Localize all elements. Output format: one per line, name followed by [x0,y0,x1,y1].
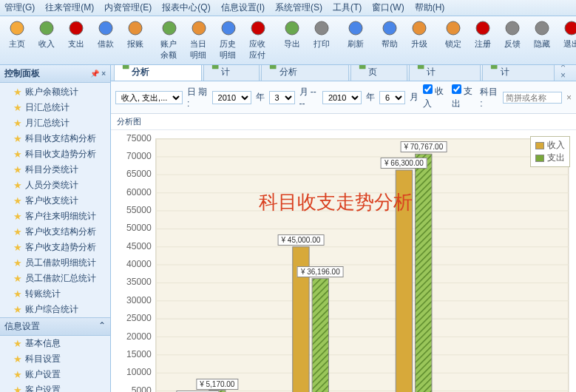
sidebar-item[interactable]: ★客户收支趋势分析 [0,240,110,255]
hide-button[interactable]: 隐藏 [528,18,556,63]
sidebar-item[interactable]: ★员工借款明细统计 [0,255,110,271]
svg-text:5000: 5000 [132,385,152,392]
sidebar-item[interactable]: ★账户余额统计 [0,84,110,100]
menu-item[interactable]: 内资管理(E) [104,1,152,14]
star-icon: ★ [13,133,22,144]
history-button[interactable]: 历史明细 [214,18,243,63]
today-button[interactable]: 当日明细 [185,18,213,63]
year-to[interactable]: 2010 [322,91,362,104]
svg-text:50000: 50000 [126,223,152,233]
star-icon: ★ [13,195,22,206]
data-label: ¥ 66,300.00 [381,158,427,169]
income-button[interactable]: 收入 [33,18,61,63]
svg-point-5 [163,21,176,35]
tab[interactable]: 管理主页 [350,65,407,81]
menu-item[interactable]: 窗口(W) [372,1,404,14]
report-button[interactable]: 报账 [121,18,149,63]
toolbar: 主页收入支出借款报账账户余额当日明细历史明细应收应付导出打印刷新帮助升级锁定注册… [0,16,576,65]
star-icon: ★ [13,273,22,284]
svg-text:75000: 75000 [126,133,152,143]
svg-point-1 [40,21,53,35]
expense-checkbox[interactable]: 支出 [452,84,476,110]
section-header[interactable]: 信息设置⌃ [0,317,110,336]
tab[interactable]: 科目收支结构分析 [261,65,349,81]
register-button[interactable]: 注册 [469,18,497,63]
loan-icon [97,20,115,38]
export-button[interactable]: 导出 [278,18,306,63]
receivable-button[interactable]: 应收应付 [244,18,272,63]
tabs-close[interactable]: × × [556,65,576,81]
sidebar-item[interactable]: ★科目收支结构分析 [0,131,110,146]
home-button[interactable]: 主页 [3,18,31,63]
tab[interactable]: 科目收支趋势分析 [114,65,202,81]
filter-bar: 收入, 支出,... 日 期 : 2010 年 3 月 ---- 2010 年 … [111,81,576,114]
bar [416,154,432,392]
sidebar-item[interactable]: ★员工借款汇总统计 [0,271,110,286]
sidebar-item[interactable]: ★客户设置 [0,382,110,392]
svg-point-6 [192,21,206,35]
sidebar-item[interactable]: ★转账统计 [0,286,110,302]
star-icon: ★ [13,211,22,222]
star-icon: ★ [13,87,22,98]
help-button[interactable]: 帮助 [376,18,404,63]
sidebar-item[interactable]: ★账户综合统计 [0,302,110,317]
tab[interactable]: 账户综合统计 [482,65,555,81]
menu-item[interactable]: 系统管理(S) [275,1,322,14]
income-icon [38,20,55,38]
expense-icon [67,20,85,38]
register-icon [474,20,492,38]
year-from[interactable]: 2010 [212,91,251,104]
menu-item[interactable]: 报表中心(Q) [162,1,210,14]
menu-item[interactable]: 往来管理(M) [45,1,94,14]
sidebar-item[interactable]: ★月汇总统计 [0,115,110,131]
feedback-button[interactable]: 反馈 [498,18,526,63]
svg-point-3 [99,21,112,35]
svg-rect-24 [491,65,498,69]
star-icon: ★ [13,242,22,253]
expense-button[interactable]: 支出 [62,18,90,63]
month-from[interactable]: 3 [269,91,295,104]
exit-button[interactable]: 退出 [558,18,576,63]
clear-icon[interactable]: × [566,92,572,103]
export-icon [283,20,301,38]
sidebar-header: 控制面板 📌 × [0,65,110,83]
type-select[interactable]: 收入, 支出,... [115,91,183,104]
sidebar-item[interactable]: ★科目设置 [0,351,110,367]
sidebar-item[interactable]: ★客户收支统计 [0,193,110,209]
tab[interactable]: 转账统计 [203,65,260,81]
home-icon [8,20,26,38]
income-checkbox[interactable]: 收入 [423,84,447,110]
svg-point-9 [285,21,299,35]
svg-point-7 [222,21,235,35]
menubar[interactable]: 管理(G)往来管理(M)内资管理(E)报表中心(Q)信息设置(I)系统管理(S)… [0,0,576,16]
refresh-button[interactable]: 刷新 [342,18,370,63]
sidebar-item[interactable]: ★客户往来明细统计 [0,209,110,224]
balance-button[interactable]: 账户余额 [155,18,183,63]
legend: 收入 支出 [530,136,570,167]
sidebar-item[interactable]: ★账户设置 [0,367,110,382]
pin-icon[interactable]: 📌 × [90,70,106,78]
sidebar-item[interactable]: ★基本信息 [0,336,110,351]
print-button[interactable]: 打印 [308,18,336,63]
sidebar-item[interactable]: ★日汇总统计 [0,100,110,115]
subject-search[interactable] [503,92,562,104]
sidebar: 控制面板 📌 × ★账户余额统计★日汇总统计★月汇总统计★科目收支结构分析★科目… [0,65,111,392]
menu-item[interactable]: 信息设置(I) [221,1,265,14]
upgrade-button[interactable]: 升级 [405,18,433,63]
menu-item[interactable]: 工具(T) [333,1,362,14]
svg-rect-21 [270,65,277,69]
svg-text:35000: 35000 [126,277,152,287]
today-icon [190,20,208,38]
svg-rect-20 [211,65,218,69]
menu-item[interactable]: 管理(G) [4,1,35,14]
menu-item[interactable]: 帮助(H) [415,1,445,14]
month-to[interactable]: 6 [379,91,405,104]
sidebar-item[interactable]: ★人员分类统计 [0,178,110,193]
sidebar-item[interactable]: ★科目分类统计 [0,162,110,178]
loan-button[interactable]: 借款 [92,18,120,63]
sidebar-item[interactable]: ★客户收支结构分析 [0,224,110,240]
tab[interactable]: 历史明细统计 [409,65,481,81]
sidebar-item[interactable]: ★科目收支趋势分析 [0,146,110,162]
lock-button[interactable]: 锁定 [439,18,467,63]
content: 科目收支趋势分析转账统计科目收支结构分析管理主页历史明细统计账户综合统计× × … [111,65,576,392]
